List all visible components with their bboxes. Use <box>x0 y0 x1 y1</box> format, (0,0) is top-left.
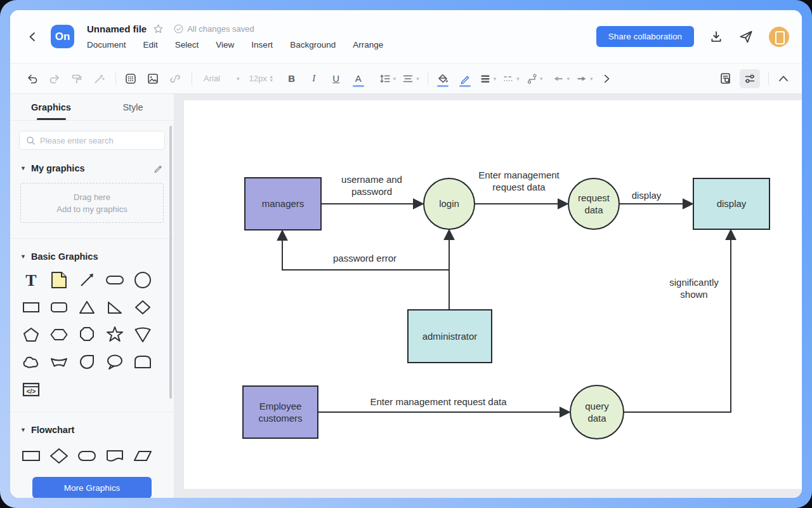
edge-label-enter-management-bottom[interactable]: Enter management request data <box>370 396 507 407</box>
menu-document[interactable]: Document <box>87 40 126 50</box>
shape-diamond-icon[interactable] <box>132 297 154 318</box>
user-avatar[interactable] <box>769 27 789 47</box>
shape-speech-bubble-icon[interactable] <box>104 351 126 373</box>
italic-button[interactable]: I <box>306 69 322 88</box>
line-weight-button[interactable]: ▾ <box>479 69 497 88</box>
menu-arrange[interactable]: Arrange <box>353 40 383 50</box>
shape-circle-icon[interactable] <box>132 269 154 291</box>
edge-password-error-return[interactable] <box>282 231 449 270</box>
drop-zone-line1: Drag here <box>74 191 110 203</box>
save-status-text: All changes saved <box>187 24 254 34</box>
shape-sticky-note-icon[interactable] <box>48 269 70 291</box>
drag-drop-zone[interactable]: Drag here Add to my graphics <box>20 183 164 223</box>
shape-hexagon-icon[interactable] <box>48 324 70 345</box>
flowchart-decision-icon[interactable] <box>48 445 70 467</box>
graphics-sidebar: Graphics Style ▼ My graphics Drag here <box>10 94 174 498</box>
shape-octagon-icon[interactable] <box>76 324 98 345</box>
send-icon[interactable] <box>738 29 754 44</box>
download-icon[interactable] <box>709 30 723 44</box>
stroke-color-button[interactable] <box>457 69 473 88</box>
favorite-star-icon[interactable] <box>153 23 164 34</box>
shape-triangle-icon[interactable] <box>76 297 98 318</box>
edge-label-significantly-shown[interactable]: significantlyshown <box>669 277 719 300</box>
dashed-line-icon <box>502 72 514 85</box>
shape-text-icon[interactable]: T <box>20 269 42 291</box>
tab-style[interactable]: Style <box>92 94 174 120</box>
template-button[interactable] <box>122 69 139 88</box>
administrator-node-label[interactable]: administrator <box>422 331 478 342</box>
edge-label-enter-management-top[interactable]: Enter managementrequest data <box>478 170 560 192</box>
edge-label-username-password[interactable]: username andpassword <box>341 174 402 197</box>
redo-button[interactable] <box>46 69 63 88</box>
back-button[interactable] <box>24 28 42 46</box>
login-node-label[interactable]: login <box>439 198 459 209</box>
find-in-document-button[interactable] <box>717 69 734 88</box>
shape-star-icon[interactable] <box>104 324 126 345</box>
fill-color-button[interactable] <box>435 69 451 88</box>
app-logo[interactable]: On <box>51 25 74 48</box>
connector-type-button[interactable]: ▾ <box>525 69 543 88</box>
arrow-end-button[interactable]: ▾ <box>575 69 593 88</box>
shape-right-triangle-icon[interactable] <box>104 297 126 318</box>
panel-settings-button[interactable] <box>740 69 760 88</box>
flowchart-title: Flowchart <box>31 425 164 435</box>
format-painter-button[interactable] <box>69 69 85 88</box>
my-graphics-header[interactable]: ▼ My graphics <box>20 163 164 173</box>
shape-pentagon-icon[interactable] <box>20 324 42 345</box>
chevron-right-icon <box>601 73 612 84</box>
font-size-value: 12px <box>249 74 267 83</box>
share-collaboration-button[interactable]: Share collaboration <box>596 26 694 47</box>
shape-stadium-icon[interactable] <box>104 269 126 291</box>
shape-code-block-icon[interactable]: </> <box>20 378 42 400</box>
shape-cone-icon[interactable] <box>132 324 154 345</box>
basic-graphics-header[interactable]: ▼ Basic Graphics <box>20 251 164 262</box>
flowchart-document-icon[interactable] <box>104 445 126 467</box>
search-input[interactable] <box>40 136 158 145</box>
more-tools-button[interactable] <box>598 69 615 88</box>
menu-edit[interactable]: Edit <box>143 40 158 50</box>
display-node-label[interactable]: display <box>717 198 747 209</box>
collapse-toolbar-button[interactable] <box>775 69 792 88</box>
edge-label-password-error[interactable]: password error <box>333 253 396 264</box>
underline-button[interactable]: U <box>328 69 344 88</box>
edge-label-display-edge[interactable]: display <box>632 190 662 201</box>
text-align-button[interactable]: ▾ <box>402 69 419 88</box>
flowchart-process-icon[interactable] <box>20 445 42 467</box>
line-spacing-button[interactable]: ▾ <box>379 69 396 88</box>
shape-cloud-icon[interactable] <box>20 351 42 373</box>
menu-background[interactable]: Background <box>290 40 336 50</box>
shape-arrow-icon[interactable] <box>76 269 98 291</box>
hyperlink-button[interactable] <box>167 69 183 88</box>
tab-graphics[interactable]: Graphics <box>10 94 92 120</box>
menu-select[interactable]: Select <box>175 40 199 50</box>
graphics-search[interactable] <box>19 131 165 150</box>
shape-rounded-rectangle-icon[interactable] <box>48 297 70 318</box>
font-color-button[interactable]: A <box>350 69 367 88</box>
managers-node-label[interactable]: managers <box>262 198 304 209</box>
magic-wand-button[interactable] <box>91 69 107 88</box>
arrow-start-button[interactable]: ▾ <box>552 69 570 88</box>
shape-teardrop-icon[interactable] <box>76 351 98 373</box>
shape-half-rounded-rect-icon[interactable] <box>132 351 154 373</box>
line-style-button[interactable]: ▾ <box>502 69 520 88</box>
edit-pencil-icon[interactable] <box>153 163 164 173</box>
file-name[interactable]: Unnamed file <box>87 23 147 34</box>
app-window: On Unnamed file All changes saved Docume… <box>10 10 802 498</box>
flowchart-data-icon[interactable] <box>132 445 154 467</box>
font-size-stepper[interactable]: 12px ▴▾ <box>249 69 273 88</box>
menu-insert[interactable]: Insert <box>251 40 273 50</box>
menu-view[interactable]: View <box>216 40 234 50</box>
edge-query-data-display[interactable] <box>624 231 731 412</box>
bold-button[interactable]: B <box>284 69 300 88</box>
flowchart-header[interactable]: ▼ Flowchart <box>20 425 164 435</box>
more-graphics-button[interactable]: More Graphics <box>32 477 152 498</box>
font-family-select[interactable]: Arial ▾ <box>204 69 240 88</box>
shape-rectangle-icon[interactable] <box>20 297 42 318</box>
insert-image-button[interactable] <box>145 69 161 88</box>
basic-graphics-title: Basic Graphics <box>31 251 164 262</box>
flowchart-terminator-icon[interactable] <box>76 445 98 467</box>
shape-curved-trapezoid-icon[interactable] <box>48 351 70 373</box>
sidebar-scrollbar[interactable] <box>169 126 172 399</box>
collapse-triangle-icon: ▼ <box>20 253 26 260</box>
undo-button[interactable] <box>24 69 41 88</box>
